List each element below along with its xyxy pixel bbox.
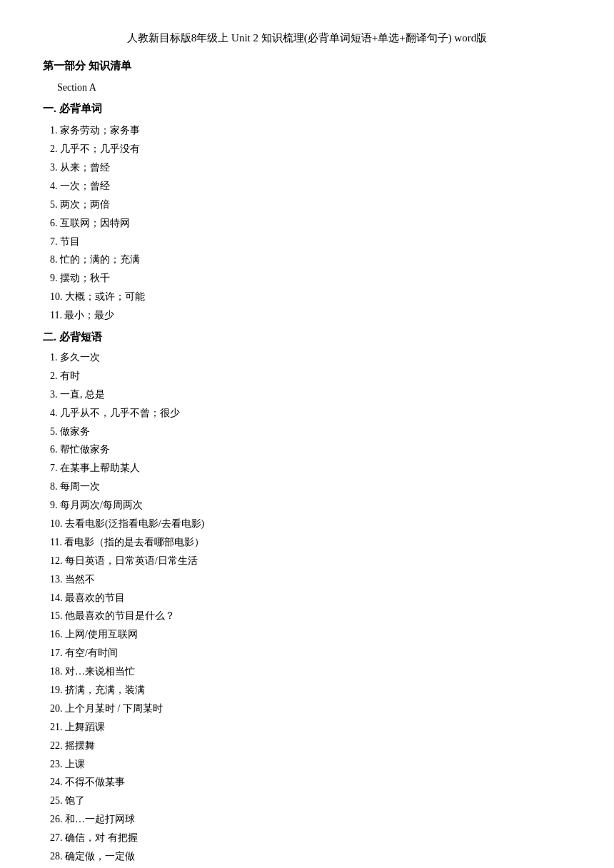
list-item: 8. 忙的；满的；充满 xyxy=(50,251,571,269)
list-item: 8. 每周一次 xyxy=(50,478,571,496)
list-item: 6. 互联网；因特网 xyxy=(50,214,571,233)
list-item: 13. 当然不 xyxy=(50,570,571,589)
list-item: 14. 最喜欢的节目 xyxy=(50,589,571,607)
part-heading: 第一部分 知识清单 xyxy=(43,56,571,76)
list-item: 1. 家务劳动；家务事 xyxy=(50,121,571,140)
list-item: 2. 有时 xyxy=(50,367,571,385)
list-item: 20. 上个月某时 / 下周某时 xyxy=(50,700,571,718)
list-item: 28. 确定做，一定做 xyxy=(50,847,571,866)
list-item: 9. 每月两次/每周两次 xyxy=(50,496,571,515)
phrase-list: 1. 多久一次2. 有时3. 一直, 总是4. 几乎从不，几乎不曾；很少5. 做… xyxy=(50,348,571,868)
list-item: 18. 对…来说相当忙 xyxy=(50,662,571,681)
list-item: 16. 上网/使用互联网 xyxy=(50,625,571,644)
section-label: Section A xyxy=(57,79,571,96)
list-item: 21. 上舞蹈课 xyxy=(50,718,571,737)
list-item: 3. 从来；曾经 xyxy=(50,158,571,177)
list-item: 12. 每日英语，日常英语/日常生活 xyxy=(50,552,571,570)
vocab-heading: 一. 必背单词 xyxy=(43,99,571,118)
list-item: 10. 大概；或许；可能 xyxy=(50,288,571,306)
list-item: 9. 摆动；秋千 xyxy=(50,269,571,288)
list-item: 15. 他最喜欢的节目是什么？ xyxy=(50,607,571,625)
list-item: 23. 上课 xyxy=(50,755,571,774)
list-item: 11. 最小；最少 xyxy=(50,306,571,325)
list-item: 24. 不得不做某事 xyxy=(50,773,571,792)
list-item: 10. 去看电影(泛指看电影/去看电影) xyxy=(50,515,571,533)
list-item: 7. 节目 xyxy=(50,233,571,251)
list-item: 19. 挤满，充满，装满 xyxy=(50,681,571,700)
list-item: 25. 饱了 xyxy=(50,792,571,810)
list-item: 17. 有空/有时间 xyxy=(50,644,571,662)
list-item: 26. 和…一起打网球 xyxy=(50,810,571,829)
list-item: 7. 在某事上帮助某人 xyxy=(50,459,571,478)
phrase-heading: 二. 必背短语 xyxy=(43,328,571,347)
list-item: 11. 看电影（指的是去看哪部电影） xyxy=(50,533,571,552)
list-item: 4. 几乎从不，几乎不曾；很少 xyxy=(50,404,571,423)
list-item: 22. 摇摆舞 xyxy=(50,737,571,755)
list-item: 27. 确信，对 有把握 xyxy=(50,829,571,847)
list-item: 1. 多久一次 xyxy=(50,348,571,367)
list-item: 5. 做家务 xyxy=(50,423,571,441)
list-item: 2. 几乎不；几乎没有 xyxy=(50,140,571,158)
list-item: 3. 一直, 总是 xyxy=(50,385,571,404)
list-item: 5. 两次；两倍 xyxy=(50,196,571,214)
vocab-list: 1. 家务劳动；家务事2. 几乎不；几乎没有3. 从来；曾经4. 一次；曾经5.… xyxy=(50,121,571,325)
page-title: 人教新目标版8年级上 Unit 2 知识梳理(必背单词短语+单选+翻译句子) w… xyxy=(43,29,571,48)
list-item: 6. 帮忙做家务 xyxy=(50,440,571,459)
list-item: 4. 一次；曾经 xyxy=(50,177,571,196)
